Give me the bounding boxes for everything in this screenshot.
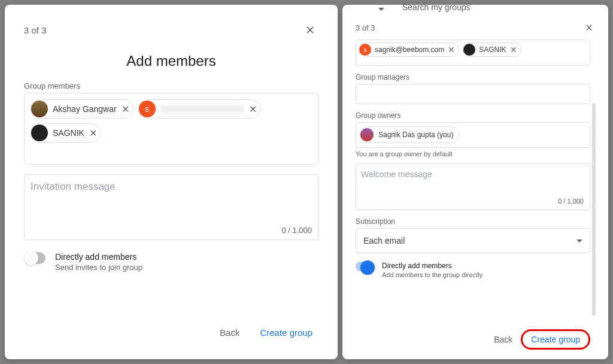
- group-managers-input[interactable]: [356, 84, 590, 104]
- chip-remove-icon[interactable]: ✕: [249, 104, 257, 115]
- chevron-down-icon: [576, 239, 582, 242]
- create-group-button[interactable]: Create group: [254, 323, 318, 342]
- chip-remove-icon[interactable]: ✕: [89, 128, 97, 139]
- group-members-label: Group members: [24, 81, 318, 90]
- create-group-button[interactable]: Create group: [521, 329, 590, 350]
- toggle-text: Directly add members Add members to the …: [382, 262, 482, 278]
- group-managers-label: Group managers: [356, 73, 590, 81]
- member-chip[interactable]: s sagnik@beebom.com ✕: [359, 43, 459, 57]
- member-chip-label: sagnik@beebom.com: [375, 46, 444, 54]
- char-count: 0 / 1,000: [281, 226, 312, 235]
- step-indicator: 3 of 3: [356, 23, 375, 32]
- back-button[interactable]: Back: [494, 335, 512, 344]
- welcome-message-input[interactable]: Welcome message 0 / 1,000: [356, 163, 590, 210]
- toggle-subtitle: Add members to the group directly: [382, 271, 482, 278]
- chip-remove-icon[interactable]: ✕: [448, 45, 455, 54]
- avatar-icon: [463, 44, 475, 56]
- avatar-icon: s: [139, 101, 156, 117]
- avatar-icon: [360, 128, 374, 141]
- owner-helper-text: You are a group owner by default: [356, 150, 590, 157]
- bg-search-text: Search my groups: [402, 2, 471, 12]
- dialog-right: Search my groups 3 of 3 s sagnik@beebom.…: [342, 5, 608, 359]
- welcome-placeholder: Welcome message: [361, 169, 432, 179]
- member-chip-label: [160, 105, 244, 113]
- directly-add-toggle-row: Directly add members Add members to the …: [356, 262, 590, 278]
- right-scroll-area: s sagnik@beebom.com ✕ SAGNIK ✕ Group man…: [356, 36, 597, 350]
- member-chip-label: SAGNIK: [479, 46, 506, 54]
- scrollbar[interactable]: [592, 61, 596, 340]
- toggle-title: Directly add members: [382, 262, 482, 270]
- back-button[interactable]: Back: [217, 323, 242, 342]
- toggle-text: Directly add members Send invites to joi…: [55, 252, 142, 272]
- owner-chip-label: Sagnik Das gupta (you): [378, 131, 453, 139]
- dialog-title: Add members: [24, 53, 318, 69]
- toggle-subtitle: Send invites to join group: [55, 263, 142, 272]
- avatar-icon: s: [359, 44, 371, 56]
- subscription-value: Each email: [363, 236, 405, 245]
- members-chips-box[interactable]: s sagnik@beebom.com ✕ SAGNIK ✕: [356, 40, 590, 66]
- owner-chip[interactable]: Sagnik Das gupta (you): [360, 126, 460, 143]
- group-owners-label: Group owners: [356, 111, 590, 120]
- dialog-footer: Back Create group: [356, 320, 590, 350]
- subscription-select[interactable]: Each email: [356, 228, 590, 253]
- close-icon[interactable]: [581, 19, 597, 36]
- member-chip-label: Akshay Gangwar: [53, 104, 117, 114]
- directly-add-toggle-row: Directly add members Send invites to joi…: [24, 252, 318, 272]
- toggle-title: Directly add members: [55, 252, 142, 262]
- char-count: 0 / 1,000: [558, 198, 584, 205]
- member-chip[interactable]: SAGNIK ✕: [31, 123, 101, 142]
- member-chip[interactable]: SAGNIK ✕: [463, 43, 521, 57]
- dialog-footer: Back Create group: [24, 311, 318, 342]
- dialog-left: 3 of 3 Add members Group members Akshay …: [5, 5, 338, 359]
- member-chip-label: SAGNIK: [53, 128, 84, 138]
- subscription-label: Subscription: [356, 217, 590, 226]
- avatar-icon: [31, 125, 48, 141]
- invitation-message-input[interactable]: Invitation message 0 / 1,000: [24, 174, 318, 240]
- dialog-header: 3 of 3: [356, 19, 597, 36]
- directly-add-toggle[interactable]: [356, 262, 374, 271]
- bg-dropdown-icon: [378, 4, 390, 13]
- invitation-placeholder: Invitation message: [31, 181, 116, 192]
- directly-add-toggle[interactable]: [24, 252, 45, 264]
- dialog-header: 3 of 3: [24, 22, 318, 38]
- group-members-input[interactable]: Akshay Gangwar ✕ s ✕ SAGNIK ✕: [24, 93, 318, 165]
- avatar-icon: [31, 101, 48, 117]
- step-indicator: 3 of 3: [24, 25, 47, 35]
- member-chip[interactable]: s ✕: [138, 99, 261, 119]
- chip-remove-icon[interactable]: ✕: [510, 45, 517, 54]
- chip-remove-icon[interactable]: ✕: [122, 104, 129, 115]
- group-owners-input[interactable]: Sagnik Das gupta (you): [356, 122, 590, 148]
- member-chip[interactable]: Akshay Gangwar ✕: [31, 99, 133, 119]
- close-icon[interactable]: [302, 22, 318, 38]
